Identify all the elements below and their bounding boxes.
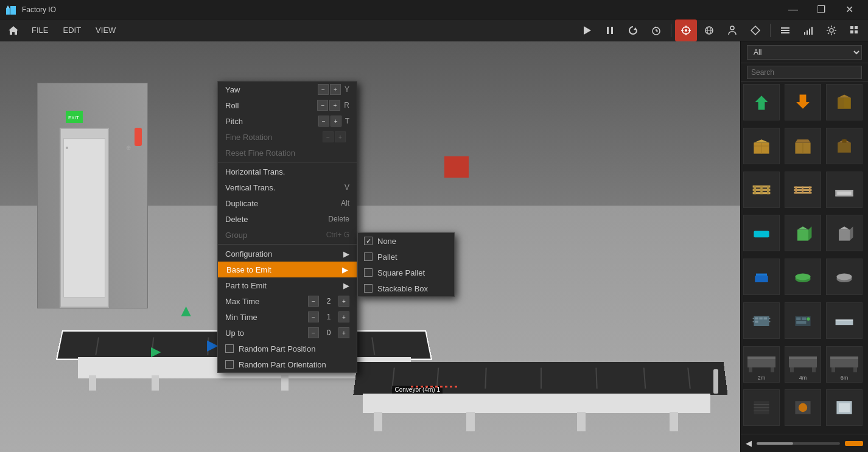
ctx-part-to-emit[interactable]: Part to Emit ▶ <box>218 277 357 293</box>
submenu-stackable-box-checkbox[interactable] <box>364 284 373 293</box>
rp-item-pallet1[interactable] <box>743 172 780 208</box>
pitch-plus[interactable]: + <box>331 116 341 127</box>
random-part-position-checkbox[interactable] <box>225 344 234 353</box>
up-to-minus[interactable]: − <box>308 327 319 338</box>
minimize-button[interactable]: — <box>779 0 807 19</box>
rp-item-green-down[interactable] <box>743 84 780 120</box>
svg-point-81 <box>836 274 852 280</box>
rp-item-green-cube[interactable] <box>785 215 821 251</box>
globe-button[interactable] <box>698 19 720 41</box>
svg-rect-68 <box>852 190 853 196</box>
menu-button[interactable] <box>774 19 796 41</box>
roll-minus[interactable]: − <box>317 100 328 111</box>
svg-rect-109 <box>853 367 857 372</box>
close-button[interactable]: ✕ <box>835 0 863 19</box>
transform-arrow-right[interactable]: ▲ <box>147 344 166 361</box>
roll-plus[interactable]: + <box>329 100 340 111</box>
second-conveyor[interactable]: Conveyor (4m) 1 <box>355 310 726 431</box>
svg-rect-99 <box>747 356 775 359</box>
max-time-plus[interactable]: + <box>338 296 349 307</box>
ctx-configuration[interactable]: Configuration ▶ <box>218 246 357 262</box>
min-time-minus[interactable]: − <box>308 311 319 322</box>
rp-item-dark-box[interactable] <box>826 128 863 164</box>
diamond-button[interactable] <box>744 19 766 41</box>
home-button[interactable] <box>2 19 24 41</box>
pitch-minus[interactable]: − <box>318 116 329 127</box>
rp-item-misc2[interactable] <box>785 389 821 426</box>
ctx-random-part-position[interactable]: Random Part Position <box>218 341 357 356</box>
ctx-duplicate[interactable]: Duplicate Alt <box>218 195 357 211</box>
yaw-minus[interactable]: − <box>318 84 329 95</box>
rp-item-gray-round[interactable] <box>826 259 863 295</box>
submenu-pallet-checkbox[interactable] <box>364 252 373 261</box>
yaw-plus[interactable]: + <box>330 84 341 95</box>
rp-item-circuit1[interactable] <box>743 302 780 339</box>
rp-item-green-round[interactable] <box>785 259 821 295</box>
rp-item-misc1[interactable] <box>743 389 780 426</box>
grid-button[interactable] <box>844 19 866 41</box>
file-menu[interactable]: FILE <box>24 19 55 41</box>
rp-item-pallet2[interactable] <box>785 172 821 208</box>
signal-button[interactable] <box>797 19 819 41</box>
submenu-stackable-box[interactable]: Stackable Box <box>358 280 454 296</box>
rp-item-tray[interactable] <box>826 172 863 208</box>
transform-arrow-blue[interactable]: ▶ <box>207 336 218 353</box>
ctx-group: Group Ctrl+ G <box>218 227 357 243</box>
toolbar-right <box>576 19 866 41</box>
pause-button[interactable] <box>599 19 621 41</box>
rp-item-conveyor-2m[interactable]: 2m <box>743 346 780 383</box>
svg-rect-86 <box>755 321 758 323</box>
ctx-pitch[interactable]: Pitch − + T <box>218 113 357 129</box>
ctx-reset-label: Reset Fine Rotation <box>225 148 349 158</box>
submenu-pallet[interactable]: Pallet <box>358 249 454 265</box>
conveyor-6m-label: 6m <box>841 375 849 381</box>
rp-item-orange-up[interactable] <box>785 84 821 120</box>
ctx-delete[interactable]: Delete Delete <box>218 211 357 227</box>
rp-item-cardboard2[interactable] <box>785 128 821 164</box>
view-menu[interactable]: VIEW <box>88 19 123 41</box>
ctx-vertical-label: Vertical Trans. <box>225 183 345 192</box>
rp-item-cyan-flat[interactable] <box>743 215 780 251</box>
rp-left-arrow[interactable]: ◀ <box>746 439 752 448</box>
max-time-minus[interactable]: − <box>308 296 319 307</box>
play-button[interactable] <box>576 19 598 41</box>
edit-menu[interactable]: EDIT <box>55 19 88 41</box>
gear-button[interactable] <box>821 19 842 41</box>
submenu-none[interactable]: None <box>358 233 454 249</box>
min-time-plus[interactable]: + <box>338 311 349 322</box>
svg-rect-100 <box>749 367 752 372</box>
rp-item-misc3[interactable] <box>826 389 863 426</box>
rp-item-conveyor-4m[interactable]: 4m <box>785 346 821 383</box>
target-button[interactable] <box>675 19 697 41</box>
ctx-roll[interactable]: Roll − + R <box>218 97 357 113</box>
ctx-base-to-emit[interactable]: Base to Emit ▶ <box>218 262 357 277</box>
ctx-min-time: Min Time − 1 + <box>218 309 357 325</box>
random-part-orientation-checkbox[interactable] <box>225 360 234 369</box>
rp-item-brown-box[interactable] <box>826 84 863 120</box>
reset-button[interactable] <box>622 19 644 41</box>
rp-item-gray-cube[interactable] <box>826 215 863 251</box>
filter-select[interactable]: All <box>747 45 862 60</box>
transform-arrow-up[interactable]: ▲ <box>178 301 195 321</box>
rp-item-conveyor-6m[interactable]: 6m <box>826 346 863 383</box>
up-to-plus[interactable]: + <box>338 327 349 338</box>
submenu-square-pallet[interactable]: Square Pallet <box>358 265 454 280</box>
person-button[interactable] <box>721 19 743 41</box>
ctx-yaw[interactable]: Yaw − + Y <box>218 82 357 97</box>
rp-item-cardboard1[interactable] <box>743 128 780 164</box>
ctx-horizontal-trans[interactable]: Horizontal Trans. <box>218 164 357 179</box>
submenu-pallet-label: Pallet <box>377 252 397 262</box>
submenu-square-pallet-checkbox[interactable] <box>364 268 373 277</box>
viewport[interactable]: EXIT ⊕ ⊕ <box>0 41 740 452</box>
timer-button[interactable] <box>645 19 667 41</box>
ctx-random-part-orientation[interactable]: Random Part Orientation <box>218 356 357 372</box>
rp-item-circuit2[interactable] <box>785 302 821 339</box>
rp-item-blue-square[interactable] <box>743 259 780 295</box>
rp-scroll-thumb[interactable] <box>757 442 793 445</box>
rp-item-metal-flat[interactable] <box>826 302 863 339</box>
search-input[interactable] <box>747 66 862 79</box>
svg-rect-70 <box>797 230 808 241</box>
submenu-none-checkbox[interactable] <box>364 237 373 245</box>
restore-button[interactable]: ❐ <box>807 0 835 19</box>
ctx-vertical-trans[interactable]: Vertical Trans. V <box>218 179 357 195</box>
